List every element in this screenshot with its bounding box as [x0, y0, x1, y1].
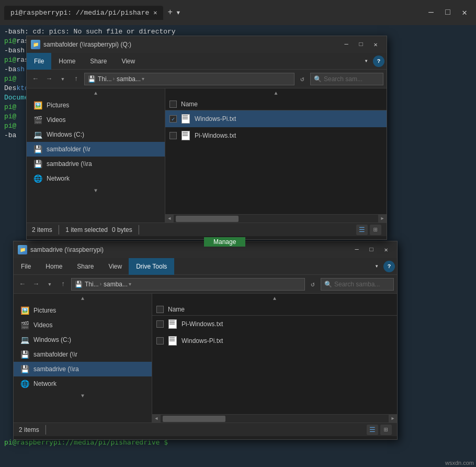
explorer-2-minimize-btn[interactable]: —: [350, 244, 364, 255]
ribbon-help-btn-1[interactable]: ?: [373, 55, 384, 67]
main-2-scroll-up[interactable]: ▲: [152, 294, 397, 303]
explorer-1-sidebar: ▲ 🖼️ Pictures 🎬 Videos 💻 Windows (C:) 💾 …: [27, 88, 165, 223]
file-row-pi-windows-1[interactable]: Pi-Windows.txt: [165, 127, 387, 144]
new-tab-icon[interactable]: +: [167, 8, 173, 17]
explorer-1-close-btn[interactable]: ✕: [369, 39, 382, 50]
sidebar-item-network-2[interactable]: 🌐 Network: [14, 376, 152, 391]
forward-btn-1[interactable]: →: [43, 73, 55, 85]
column-name-1: Name: [181, 101, 198, 108]
ribbon-tab-view-1[interactable]: View: [114, 53, 142, 70]
ribbon-tab-share-2[interactable]: Share: [70, 258, 101, 275]
explorer-2-close-btn[interactable]: ✕: [379, 244, 393, 255]
sidebar-item-sambadrive-1[interactable]: 💾 sambadrive (\\ra: [27, 157, 165, 171]
sidebar-item-videos-1[interactable]: 🎬 Videos: [27, 113, 165, 127]
network-icon-2: 🌐: [20, 379, 29, 388]
file-checkbox-windows-pi-2[interactable]: [156, 337, 164, 344]
scroll-right-btn-2[interactable]: ►: [389, 415, 397, 423]
explorer-2-title: sambadrive (\\raspberrypi): [30, 246, 347, 253]
nav-dropdown-btn-2[interactable]: ▾: [44, 279, 55, 290]
refresh-btn-1[interactable]: ↺: [297, 73, 308, 85]
sidebar-1-scroll-up[interactable]: ▲: [27, 88, 165, 98]
explorer-1-window-controls: — □ ✕: [339, 39, 382, 50]
terminal-minimize-btn[interactable]: —: [424, 5, 438, 20]
search-box-2[interactable]: 🔍 Search samba...: [321, 278, 394, 291]
file-row-windows-pi-1[interactable]: ✓ Windows-Pi.txt: [165, 110, 387, 127]
status-view-btns-2: ☰ ⊞: [367, 425, 392, 435]
explorer-2-sidebar: ▲ 🖼️ Pictures 🎬 Videos 💻 Windows (C:) 💾 …: [14, 294, 152, 422]
ribbon-tab-file-2[interactable]: File: [14, 258, 38, 275]
tab-dropdown-icon[interactable]: ▾: [176, 7, 181, 18]
explorer-1-maximize-btn[interactable]: □: [354, 39, 368, 50]
scroll-track-2[interactable]: [161, 415, 389, 423]
sidebar-item-videos-2[interactable]: 🎬 Videos: [14, 318, 152, 332]
sidebar-item-sambadrive-2[interactable]: 💾 sambadrive (\\ra: [14, 362, 152, 376]
header-checkbox-1[interactable]: [169, 101, 177, 108]
videos-icon-2: 🎬: [20, 320, 29, 330]
forward-btn-2[interactable]: →: [30, 279, 42, 290]
scroll-track-1[interactable]: [174, 215, 378, 223]
view-details-btn-1[interactable]: ☰: [356, 225, 368, 235]
terminal-tab[interactable]: pi@raspberrypi: //media/pi/pishare ✕: [4, 6, 163, 20]
terminal-window-controls: — □ ✕: [424, 5, 472, 20]
explorer-2-maximize-btn[interactable]: □: [365, 244, 378, 255]
address-path-2[interactable]: 💾 Thi... › samba... ▾: [71, 278, 305, 291]
sidebar-item-sambafolder-1[interactable]: 💾 sambafolder (\\r: [27, 142, 165, 157]
manage-tab-label: Manage: [204, 237, 245, 247]
view-details-btn-2[interactable]: ☰: [367, 425, 378, 435]
file-row-windows-pi-2[interactable]: Windows-Pi.txt: [152, 332, 397, 349]
ribbon-expand-btn-2[interactable]: ▾: [370, 260, 383, 273]
refresh-btn-2[interactable]: ↺: [307, 279, 319, 290]
scroll-left-btn-1[interactable]: ◄: [165, 215, 174, 223]
file-checkbox-windows-pi-1[interactable]: ✓: [169, 115, 177, 123]
sambafolder-icon-1: 💾: [33, 144, 42, 154]
back-btn-2[interactable]: ←: [17, 279, 28, 290]
ribbon-help-btn-2[interactable]: ?: [383, 261, 395, 272]
sidebar-item-network-1[interactable]: 🌐 Network: [27, 171, 165, 186]
ribbon-tab-share-1[interactable]: Share: [83, 53, 114, 70]
scroll-left-btn-2[interactable]: ◄: [152, 415, 161, 423]
ribbon-expand-btn-1[interactable]: ▾: [359, 54, 373, 68]
back-btn-1[interactable]: ←: [30, 73, 41, 85]
header-checkbox-2[interactable]: [156, 306, 164, 313]
nav-dropdown-btn-1[interactable]: ▾: [57, 73, 69, 85]
terminal-tab-close-icon[interactable]: ✕: [153, 9, 157, 17]
sidebar-1-scroll-down[interactable]: ▼: [27, 186, 165, 195]
terminal-maximize-btn[interactable]: □: [440, 5, 455, 20]
ribbon-tab-home-2[interactable]: Home: [38, 258, 70, 275]
sidebar-item-windows-c-2[interactable]: 💻 Windows (C:): [14, 332, 152, 347]
ribbon-tab-view-2[interactable]: View: [101, 258, 129, 275]
sidebar-2-scroll-down[interactable]: ▼: [14, 391, 152, 401]
explorer-2-app-icon: 📁: [18, 245, 27, 254]
explorer-2-statusbar: 2 items │ ☰ ⊞: [14, 422, 397, 436]
terminal-close-btn[interactable]: ✕: [457, 5, 472, 20]
ribbon-tab-home-1[interactable]: Home: [51, 53, 83, 70]
sambafolder-icon-2: 💾: [20, 350, 29, 359]
main-1-scroll-up[interactable]: ▲: [165, 88, 387, 98]
sambadrive-icon-1: 💾: [33, 159, 42, 169]
view-large-btn-2[interactable]: ⊞: [380, 425, 392, 435]
ribbon-tab-drive-tools-2[interactable]: Drive Tools: [129, 258, 174, 275]
sidebar-2-scroll-up[interactable]: ▲: [14, 294, 152, 303]
sidebar-item-pictures-2[interactable]: 🖼️ Pictures: [14, 303, 152, 318]
status-size-1: 0 bytes: [112, 226, 132, 234]
sidebar-item-sambafolder-2[interactable]: 💾 sambafolder (\\r: [14, 347, 152, 362]
file-checkbox-pi-windows-1[interactable]: [169, 132, 177, 139]
address-path-1[interactable]: 💾 Thi... › samba... ▾: [84, 73, 294, 85]
sidebar-label-pictures-1: Pictures: [47, 102, 69, 109]
up-btn-1[interactable]: ↑: [71, 73, 82, 85]
sidebar-item-windows-c-1[interactable]: 💻 Windows (C:): [27, 127, 165, 142]
file-checkbox-pi-windows-2[interactable]: [156, 320, 164, 328]
search-box-1[interactable]: 🔍 Search sam...: [310, 73, 383, 85]
terminal-tab-label: pi@raspberrypi: //media/pi/pishare: [10, 9, 149, 17]
explorer-1-minimize-btn[interactable]: —: [339, 39, 353, 50]
explorer-1-body: ▲ 🖼️ Pictures 🎬 Videos 💻 Windows (C:) 💾 …: [27, 88, 387, 223]
txt-file-icon-4: [168, 336, 177, 346]
explorer-1-statusbar: 2 items │ 1 item selected 0 bytes │ ☰ ⊞: [27, 223, 387, 236]
up-btn-2[interactable]: ↑: [58, 279, 69, 290]
ribbon-tab-file-1[interactable]: File: [27, 53, 51, 70]
column-name-2: Name: [168, 306, 185, 313]
scroll-right-btn-1[interactable]: ►: [378, 215, 387, 223]
view-large-btn-1[interactable]: ⊞: [370, 225, 381, 235]
sidebar-item-pictures-1[interactable]: 🖼️ Pictures: [27, 98, 165, 113]
file-row-pi-windows-2[interactable]: Pi-Windows.txt: [152, 316, 397, 332]
